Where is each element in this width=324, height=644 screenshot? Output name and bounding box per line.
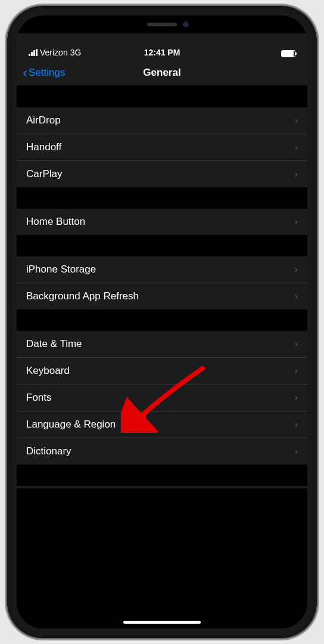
front-camera (183, 21, 189, 27)
list-item-keyboard[interactable]: Keyboard › (17, 358, 307, 385)
carrier-label: Verizon (40, 48, 68, 57)
list-item-label: Background App Refresh (26, 290, 139, 302)
list-group-3: Date & Time › Keyboard › Fonts › Languag… (17, 331, 307, 465)
list-item-home-button[interactable]: Home Button › (17, 209, 307, 235)
back-button[interactable]: ‹ Settings (17, 64, 65, 81)
list-group-1: Home Button › (17, 209, 307, 235)
list-item-label: Home Button (26, 216, 85, 228)
chevron-right-icon: › (295, 115, 298, 126)
list-item-label: Keyboard (26, 365, 70, 377)
speaker (147, 23, 177, 26)
list-item-iphone-storage[interactable]: iPhone Storage › (17, 256, 307, 283)
list-group-2: iPhone Storage › Background App Refresh … (17, 256, 307, 309)
chevron-left-icon: ‹ (23, 64, 27, 81)
chevron-right-icon: › (295, 216, 298, 227)
list-item-label: Handoff (26, 141, 61, 153)
chevron-right-icon: › (295, 392, 298, 403)
list-group-partial (17, 486, 307, 488)
settings-content[interactable]: AirDrop › Handoff › CarPlay › Home Butto… (17, 86, 307, 628)
list-item-dictionary[interactable]: Dictionary › (17, 438, 307, 465)
list-item-label: iPhone Storage (26, 264, 96, 275)
chevron-right-icon: › (295, 142, 298, 153)
nav-bar: ‹ Settings General (17, 60, 307, 86)
chevron-right-icon: › (295, 446, 298, 457)
list-item-label: CarPlay (26, 168, 62, 180)
list-item-label: AirDrop (26, 114, 61, 126)
list-item-label: Date & Time (26, 338, 82, 350)
signal-icon (29, 49, 38, 56)
list-group-0: AirDrop › Handoff › CarPlay › (17, 107, 307, 187)
back-label: Settings (29, 67, 65, 79)
list-item-label: Fonts (26, 392, 52, 404)
status-time: 12:41 PM (144, 48, 180, 57)
chevron-right-icon: › (295, 339, 298, 349)
phone-frame: Verizon 3G 12:41 PM ‹ Settings General A… (7, 6, 317, 638)
list-item-background-app-refresh[interactable]: Background App Refresh › (17, 283, 307, 309)
chevron-right-icon: › (295, 419, 298, 430)
screen: Verizon 3G 12:41 PM ‹ Settings General A… (17, 16, 307, 628)
list-item-label: Dictionary (26, 445, 71, 457)
list-item-airdrop[interactable]: AirDrop › (17, 107, 307, 134)
chevron-right-icon: › (295, 264, 298, 275)
status-bar: Verizon 3G 12:41 PM (17, 33, 307, 60)
list-item-handoff[interactable]: Handoff › (17, 134, 307, 161)
chevron-right-icon: › (295, 366, 298, 376)
home-indicator[interactable] (123, 621, 201, 624)
list-item-date-time[interactable]: Date & Time › (17, 331, 307, 358)
list-item-fonts[interactable]: Fonts › (17, 385, 307, 411)
chevron-right-icon: › (295, 169, 298, 179)
list-item-language-region[interactable]: Language & Region › (17, 411, 307, 438)
list-item-label: Language & Region (26, 419, 116, 431)
network-label: 3G (70, 48, 82, 57)
battery-icon (281, 50, 295, 57)
list-item-carplay[interactable]: CarPlay › (17, 161, 307, 187)
chevron-right-icon: › (295, 291, 298, 302)
status-left: Verizon 3G (29, 48, 81, 57)
notch (102, 16, 222, 33)
